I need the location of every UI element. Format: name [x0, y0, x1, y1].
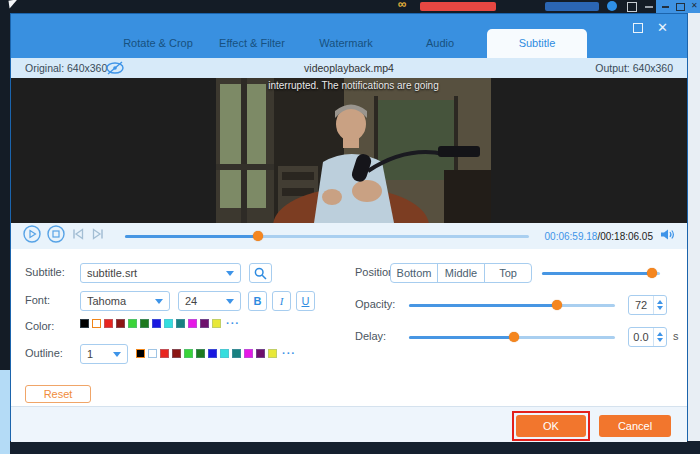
color-swatch[interactable] — [152, 319, 161, 328]
video-still — [216, 78, 491, 223]
subtitle-label: Subtitle: — [25, 266, 65, 278]
color-swatch[interactable] — [220, 349, 229, 358]
mouse-cursor-icon — [8, 0, 18, 9]
italic-button[interactable]: I — [272, 291, 291, 311]
subtitle-controls: Subtitle: subtitle.srt Font: Tahoma 24 B… — [11, 249, 687, 406]
delay-spinner[interactable]: 0.0 — [628, 327, 667, 347]
color-swatch[interactable] — [232, 349, 241, 358]
font-size-select[interactable]: 24 — [178, 291, 241, 311]
color-swatch[interactable] — [176, 319, 185, 328]
opacity-label: Opacity: — [355, 298, 395, 310]
dialog-footer: OK Cancel — [11, 406, 687, 442]
position-middle-button[interactable]: Middle — [437, 263, 485, 283]
tab-bar: Rotate & Crop Effect & Filter Watermark … — [111, 29, 587, 58]
underline-button[interactable]: U — [296, 291, 315, 311]
color-swatch[interactable] — [148, 349, 157, 358]
output-resolution-label: Output: 640x360 — [595, 62, 673, 74]
volume-icon[interactable] — [660, 227, 675, 245]
color-swatch[interactable] — [92, 319, 101, 328]
video-preview-area: interrupted. The notifications are going — [11, 78, 687, 223]
app-logo-icon: ∞ — [398, 0, 407, 11]
color-swatch[interactable] — [116, 319, 125, 328]
color-swatch[interactable] — [188, 319, 197, 328]
bold-button[interactable]: B — [248, 291, 267, 311]
ok-button[interactable]: OK — [516, 415, 586, 437]
delay-slider[interactable] — [409, 332, 615, 342]
delay-knob[interactable] — [509, 332, 519, 342]
video-info-bar: Original: 640x360 videoplayback.mp4 Outp… — [11, 58, 687, 78]
edit-subtitle-dialog: ✕ Rotate & Crop Effect & Filter Watermar… — [10, 13, 688, 441]
tab-effect-filter[interactable]: Effect & Filter — [205, 29, 299, 58]
color-swatch[interactable] — [160, 349, 169, 358]
bg-minimize-icon[interactable] — [662, 6, 669, 8]
subtitle-file-select[interactable]: subtitle.srt — [80, 263, 241, 283]
color-swatch[interactable] — [172, 349, 181, 358]
opacity-knob[interactable] — [552, 300, 562, 310]
background-left-edge — [0, 13, 10, 370]
color-swatch[interactable] — [268, 349, 277, 358]
opacity-slider[interactable] — [409, 300, 615, 310]
spin-up-icon[interactable] — [657, 332, 663, 336]
tab-watermark[interactable]: Watermark — [299, 29, 393, 58]
position-top-button[interactable]: Top — [484, 263, 532, 283]
color-swatch[interactable] — [208, 349, 217, 358]
seek-slider[interactable] — [125, 235, 529, 238]
color-swatch[interactable] — [196, 349, 205, 358]
dialog-header: ✕ Rotate & Crop Effect & Filter Watermar… — [11, 14, 687, 58]
previous-frame-button[interactable] — [71, 227, 85, 245]
opacity-spinner[interactable]: 72 — [628, 295, 667, 315]
bg-close-icon[interactable]: ✕ — [691, 1, 698, 10]
reset-button[interactable]: Reset — [25, 385, 91, 403]
color-swatch[interactable] — [164, 319, 173, 328]
font-family-select[interactable]: Tahoma — [80, 291, 170, 311]
spin-up-icon[interactable] — [657, 300, 663, 304]
maximize-icon[interactable] — [631, 21, 644, 34]
color-swatch[interactable] — [140, 319, 149, 328]
spin-down-icon[interactable] — [657, 306, 663, 310]
video-frame: interrupted. The notifications are going — [216, 78, 491, 223]
browse-subtitle-button[interactable] — [249, 263, 272, 283]
tab-audio[interactable]: Audio — [393, 29, 487, 58]
delay-unit-label: s — [673, 330, 679, 342]
background-red-button[interactable] — [420, 2, 496, 11]
account-icon[interactable] — [607, 1, 617, 11]
chevron-down-icon — [226, 299, 234, 304]
font-label: Font: — [25, 294, 50, 306]
more-colors-button[interactable]: ··· — [226, 319, 240, 328]
color-swatch[interactable] — [80, 319, 89, 328]
color-swatch[interactable] — [104, 319, 113, 328]
spin-down-icon[interactable] — [657, 338, 663, 342]
color-swatch[interactable] — [184, 349, 193, 358]
search-icon — [254, 267, 267, 280]
tab-rotate-crop[interactable]: Rotate & Crop — [111, 29, 205, 58]
screen: ∞ ✕ ✕ Rotate & Crop Effect & Filter Wate… — [0, 0, 700, 454]
more-colors-button[interactable]: ··· — [282, 349, 296, 358]
color-swatch[interactable] — [244, 349, 253, 358]
seek-knob[interactable] — [253, 231, 263, 241]
tab-subtitle[interactable]: Subtitle — [487, 29, 587, 58]
minimize-icon[interactable] — [645, 6, 653, 8]
next-frame-button[interactable] — [91, 227, 105, 245]
position-bottom-button[interactable]: Bottom — [390, 263, 438, 283]
color-swatch[interactable] — [128, 319, 137, 328]
position-knob[interactable] — [647, 268, 657, 278]
background-window-controls: ✕ — [656, 0, 700, 13]
ok-highlight-annotation: OK — [512, 411, 590, 441]
menu-icon[interactable] — [627, 2, 637, 12]
background-blue-button[interactable] — [545, 2, 599, 11]
background-app-titlebar: ∞ ✕ — [0, 0, 700, 13]
cancel-button[interactable]: Cancel — [599, 415, 671, 437]
color-swatch[interactable] — [256, 349, 265, 358]
close-icon[interactable]: ✕ — [656, 21, 669, 34]
play-button[interactable] — [23, 225, 41, 247]
color-swatch[interactable] — [200, 319, 209, 328]
delay-label: Delay: — [355, 330, 386, 342]
outline-color-palette: ··· — [136, 349, 296, 358]
background-right-edge — [688, 13, 700, 441]
color-swatch[interactable] — [212, 319, 221, 328]
position-slider[interactable] — [542, 268, 660, 278]
bg-maximize-icon[interactable] — [676, 3, 685, 11]
stop-button[interactable] — [47, 225, 65, 247]
outline-width-select[interactable]: 1 — [80, 344, 128, 364]
color-swatch[interactable] — [136, 349, 145, 358]
